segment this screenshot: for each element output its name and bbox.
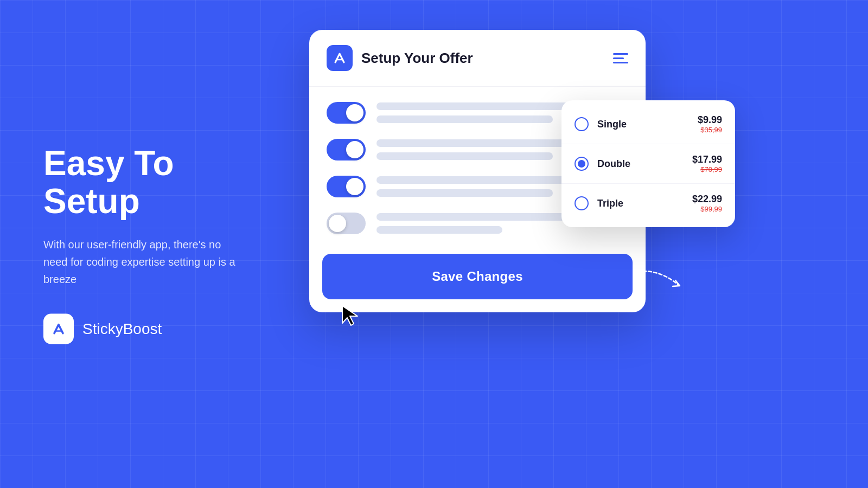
toggle-3[interactable] bbox=[327, 176, 366, 197]
bar-2-bottom bbox=[376, 152, 553, 160]
pricing-prices-single: $9.99 $35,99 bbox=[698, 114, 722, 134]
pricing-item-single[interactable]: Single $9.99 $35,99 bbox=[561, 105, 735, 144]
dashed-arrow bbox=[640, 268, 684, 290]
toggle-1[interactable] bbox=[327, 102, 366, 124]
price-original-single: $35,99 bbox=[698, 126, 722, 134]
bar-1-bottom bbox=[376, 115, 553, 123]
price-current-double: $17.99 bbox=[692, 154, 722, 165]
brand: StickyBoost bbox=[43, 313, 271, 344]
price-current-single: $9.99 bbox=[698, 114, 722, 126]
menu-icon[interactable] bbox=[613, 53, 628, 63]
price-current-triple: $22.99 bbox=[692, 194, 722, 205]
brand-name: StickyBoost bbox=[82, 320, 162, 337]
brand-icon bbox=[43, 313, 74, 344]
pricing-item-triple[interactable]: Triple $22.99 $99,99 bbox=[561, 184, 735, 223]
save-changes-button[interactable]: Save Changes bbox=[322, 254, 633, 299]
radio-single[interactable] bbox=[575, 117, 589, 131]
subtext: With our user-friendly app, there's no n… bbox=[43, 235, 239, 287]
price-original-triple: $99,99 bbox=[692, 205, 722, 213]
radio-triple[interactable] bbox=[575, 196, 589, 210]
pricing-prices-triple: $22.99 $99,99 bbox=[692, 194, 722, 213]
pricing-label-double: Double bbox=[597, 158, 684, 170]
toggle-4[interactable] bbox=[327, 213, 366, 234]
pricing-label-triple: Triple bbox=[597, 198, 684, 209]
card-header-left: Setup Your Offer bbox=[327, 45, 473, 71]
pricing-label-single: Single bbox=[597, 119, 689, 130]
headline: Easy To Setup bbox=[43, 144, 271, 221]
radio-dot-double bbox=[578, 160, 585, 168]
pricing-card: Single $9.99 $35,99 Double $17.99 $70,99… bbox=[561, 100, 735, 227]
pricing-prices-double: $17.99 $70,99 bbox=[692, 154, 722, 174]
radio-double[interactable] bbox=[575, 157, 589, 171]
app-icon bbox=[327, 45, 353, 71]
toggle-2[interactable] bbox=[327, 139, 366, 160]
bar-4-bottom bbox=[376, 226, 502, 234]
price-original-double: $70,99 bbox=[692, 165, 722, 174]
left-panel: Easy To Setup With our user-friendly app… bbox=[43, 144, 271, 344]
card-title: Setup Your Offer bbox=[361, 50, 473, 67]
card-header: Setup Your Offer bbox=[309, 30, 646, 87]
bar-3-bottom bbox=[376, 189, 553, 197]
pricing-item-double[interactable]: Double $17.99 $70,99 bbox=[561, 144, 735, 184]
